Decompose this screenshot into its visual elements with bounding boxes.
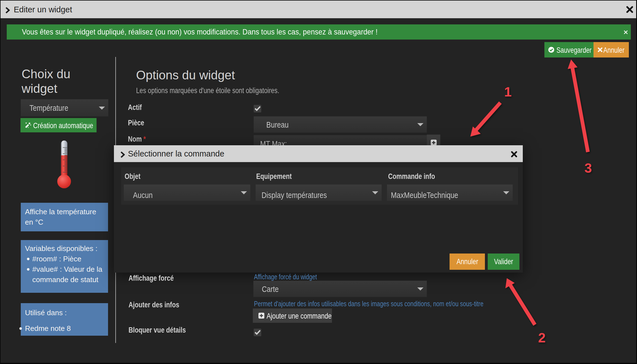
- svg-text:3: 3: [585, 161, 592, 176]
- svg-text:1: 1: [504, 84, 512, 99]
- svg-text:2: 2: [538, 330, 546, 345]
